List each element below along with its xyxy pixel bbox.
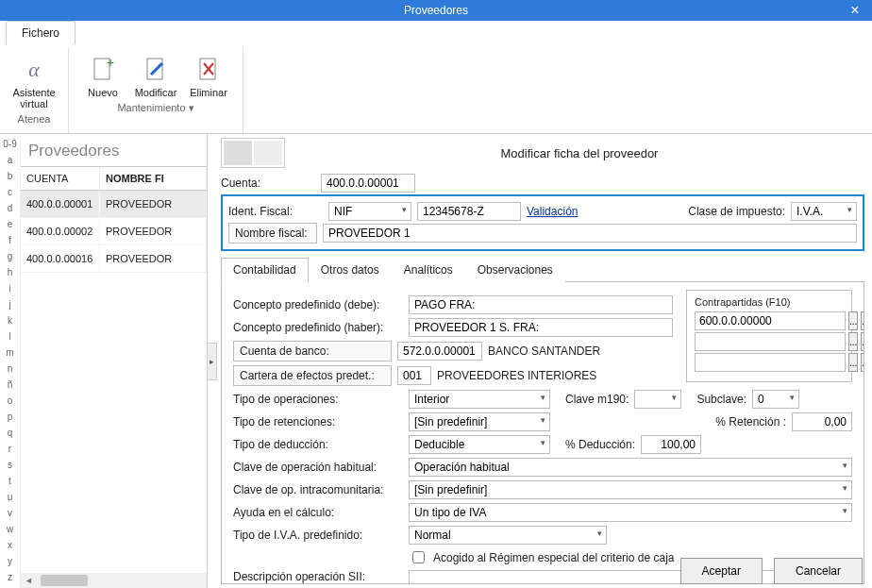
- delete-file-icon: [196, 53, 221, 87]
- titlebar: Proveedores ×: [0, 0, 872, 21]
- cartera-button[interactable]: Cartera de efectos predet.:: [233, 365, 392, 386]
- cartera-code[interactable]: [397, 366, 431, 385]
- cuenta-field[interactable]: [321, 174, 415, 193]
- contrap-3-extra[interactable]: ...: [861, 353, 864, 372]
- ribbon-tab-fichero[interactable]: Fichero: [6, 21, 75, 44]
- window-title: Proveedores: [404, 4, 468, 17]
- ident-value-field[interactable]: [417, 202, 521, 221]
- alpha-w[interactable]: w: [0, 521, 20, 537]
- tab-contabilidad-body: Contrapartidas (F10) ...... ...... .....…: [221, 282, 864, 584]
- alpha-d[interactable]: d: [0, 200, 20, 216]
- alpha-u[interactable]: u: [0, 489, 20, 505]
- ayuda-calculo-select[interactable]: [409, 503, 852, 522]
- alpha-icon: α: [28, 53, 40, 87]
- pct-retencion-label: % Retención :: [715, 415, 786, 428]
- alpha-o[interactable]: o: [0, 393, 20, 409]
- concepto-haber-field[interactable]: [409, 318, 673, 337]
- pct-deduccion-field[interactable]: [641, 435, 701, 454]
- eliminar-button[interactable]: Eliminar: [182, 51, 235, 100]
- alpha-a[interactable]: a: [0, 152, 20, 168]
- asistente-virtual-button[interactable]: α Asistentevirtual: [8, 51, 60, 111]
- cuenta-label: Cuenta:: [221, 176, 315, 190]
- criterio-caja-checkbox[interactable]: Acogido al Régimen especial del criterio…: [409, 548, 674, 566]
- alpha-t[interactable]: t: [0, 473, 20, 489]
- alpha-s[interactable]: s: [0, 457, 20, 473]
- expand-handle[interactable]: ▸: [208, 343, 217, 380]
- pct-deduccion-label: % Deducción:: [565, 438, 635, 451]
- contrap-2[interactable]: [695, 332, 846, 351]
- contrap-3[interactable]: [695, 353, 846, 372]
- contrap-1-extra[interactable]: ...: [861, 311, 864, 330]
- ayuda-calculo-label: Ayuda en el cálculo:: [233, 506, 403, 519]
- alpha-f[interactable]: f: [0, 232, 20, 248]
- alpha-z[interactable]: z: [0, 569, 20, 585]
- close-icon[interactable]: ×: [844, 0, 866, 21]
- view-toggle[interactable]: [221, 138, 285, 168]
- tab-contabilidad[interactable]: Contabilidad: [221, 258, 309, 282]
- validacion-link[interactable]: Validación: [527, 205, 578, 218]
- list-column: Proveedores CUENTA NOMBRE FI 400.0.0.000…: [21, 134, 208, 588]
- alpha-p[interactable]: p: [0, 409, 20, 425]
- group-mantenimiento-label: Mantenimiento ▾: [117, 102, 193, 114]
- tipo-iva-select[interactable]: [409, 526, 607, 545]
- alpha-c[interactable]: c: [0, 184, 20, 200]
- criterio-caja-input[interactable]: [412, 551, 425, 563]
- aceptar-button[interactable]: Aceptar: [680, 558, 763, 584]
- cancelar-button[interactable]: Cancelar: [774, 558, 863, 584]
- concepto-debe-field[interactable]: [409, 295, 673, 314]
- clave-op-habitual-select[interactable]: [409, 458, 852, 477]
- alpha-l[interactable]: l: [0, 328, 20, 344]
- cuenta-banco-code[interactable]: [397, 342, 482, 361]
- tab-analiticos[interactable]: Analíticos: [392, 258, 465, 282]
- cartera-name: PROVEEDORES INTERIORES: [437, 369, 596, 382]
- tipo-iva-label: Tipo de I.V.A. predefinido:: [233, 529, 403, 542]
- horizontal-scrollbar[interactable]: ◄: [21, 573, 207, 588]
- clase-impuesto-select[interactable]: [791, 202, 857, 221]
- alpha-k[interactable]: k: [0, 312, 20, 328]
- pct-retencion-field[interactable]: [792, 412, 852, 431]
- contrap-2-extra[interactable]: ...: [861, 332, 864, 351]
- tipo-deduccion-select[interactable]: [409, 435, 550, 454]
- desc-sii-label: Descripción operación SII:: [233, 570, 403, 583]
- col-cuenta[interactable]: CUENTA: [21, 167, 100, 191]
- tipo-retenciones-select[interactable]: [409, 412, 550, 431]
- table-row[interactable]: 400.0.0.00002PROVEEDOR: [21, 218, 207, 245]
- col-nombre[interactable]: NOMBRE FI: [100, 167, 207, 191]
- contrap-2-browse[interactable]: ...: [848, 332, 858, 351]
- clave190-select[interactable]: [634, 390, 681, 409]
- alpha-0-9[interactable]: 0-9: [0, 136, 20, 152]
- nombre-fiscal-field[interactable]: [323, 224, 857, 243]
- contrapartidas-title: Contrapartidas (F10): [695, 296, 844, 308]
- alpha-b[interactable]: b: [0, 168, 20, 184]
- tab-otros-datos[interactable]: Otros datos: [309, 258, 392, 282]
- alpha-g[interactable]: g: [0, 248, 20, 264]
- alpha-j[interactable]: j: [0, 296, 20, 312]
- clave-intracom-select[interactable]: [409, 480, 852, 499]
- nombre-fiscal-button[interactable]: Nombre fiscal:: [228, 223, 317, 244]
- alpha-r[interactable]: r: [0, 441, 20, 457]
- group-atenea-label: Atenea: [18, 113, 51, 125]
- alpha-q[interactable]: q: [0, 425, 20, 441]
- table-row[interactable]: 400.0.0.00001PROVEEDOR: [21, 191, 207, 218]
- tipo-operaciones-select[interactable]: [409, 390, 550, 409]
- contrap-1[interactable]: [695, 311, 846, 330]
- alpha-ñ[interactable]: ñ: [0, 377, 20, 393]
- tipo-deduccion-label: Tipo de deducción:: [233, 438, 403, 451]
- alpha-n[interactable]: n: [0, 361, 20, 377]
- alpha-e[interactable]: e: [0, 216, 20, 232]
- clave190-label: Clave m190:: [565, 393, 629, 406]
- alpha-m[interactable]: m: [0, 344, 20, 361]
- subclave-select[interactable]: [752, 390, 799, 409]
- tab-observaciones[interactable]: Observaciones: [465, 258, 565, 282]
- alpha-i[interactable]: i: [0, 280, 20, 296]
- alpha-index[interactable]: 0-9abcdefghijklmnñopqrstuvwxyz: [0, 134, 21, 588]
- cuenta-banco-button[interactable]: Cuenta de banco:: [233, 341, 392, 361]
- alpha-x[interactable]: x: [0, 537, 20, 553]
- ident-type-select[interactable]: [328, 202, 411, 221]
- table-row[interactable]: 400.0.0.00016PROVEEDOR: [21, 245, 207, 273]
- contrap-3-browse[interactable]: ...: [848, 353, 858, 372]
- contrap-1-browse[interactable]: ...: [848, 311, 858, 330]
- alpha-v[interactable]: v: [0, 505, 20, 521]
- alpha-h[interactable]: h: [0, 264, 20, 280]
- alpha-y[interactable]: y: [0, 553, 20, 569]
